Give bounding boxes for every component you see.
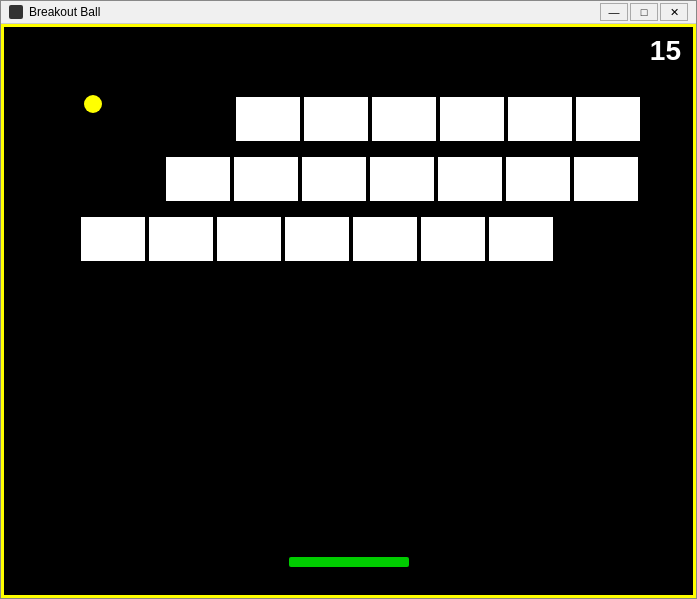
minimize-button[interactable]: — <box>600 3 628 21</box>
brick <box>506 95 574 143</box>
brick <box>164 155 232 203</box>
brick-row-1 <box>234 95 642 143</box>
brick <box>232 155 300 203</box>
brick <box>574 95 642 143</box>
brick <box>283 215 351 263</box>
brick <box>147 215 215 263</box>
brick <box>438 95 506 143</box>
close-button[interactable]: ✕ <box>660 3 688 21</box>
brick-row-2 <box>164 155 640 203</box>
brick <box>234 95 302 143</box>
window-controls: — □ ✕ <box>600 3 688 21</box>
brick <box>300 155 368 203</box>
brick <box>419 215 487 263</box>
brick <box>79 215 147 263</box>
brick <box>215 215 283 263</box>
app-icon <box>9 5 23 19</box>
app-window: Breakout Ball — □ ✕ 15 <box>0 0 697 599</box>
brick <box>436 155 504 203</box>
brick <box>370 95 438 143</box>
brick <box>487 215 555 263</box>
score-display: 15 <box>650 35 681 67</box>
brick <box>302 95 370 143</box>
brick <box>351 215 419 263</box>
maximize-button[interactable]: □ <box>630 3 658 21</box>
brick-row-3 <box>79 215 555 263</box>
game-area: 15 <box>1 24 696 598</box>
window-title: Breakout Ball <box>29 5 600 19</box>
titlebar: Breakout Ball — □ ✕ <box>1 1 696 24</box>
ball <box>84 95 102 113</box>
brick <box>368 155 436 203</box>
brick <box>504 155 572 203</box>
brick <box>572 155 640 203</box>
paddle <box>289 557 409 567</box>
